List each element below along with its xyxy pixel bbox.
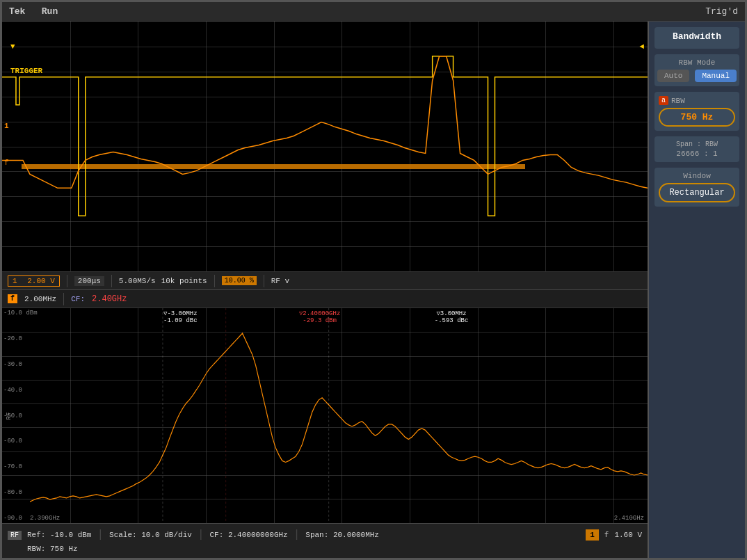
brand-label: Tek	[9, 6, 25, 17]
ref-display: Ref: -10.0 dBm	[27, 531, 91, 539]
bottom-row-2: RF RBW: 750 Hz	[2, 543, 648, 554]
rbw-value-button[interactable]: 750 Hz	[659, 108, 735, 127]
bandwidth-title: Bandwidth	[659, 31, 735, 42]
rbw-manual-button[interactable]: Manual	[695, 70, 737, 82]
sep3	[214, 275, 215, 287]
rbw-title: RBW	[671, 97, 685, 105]
span-rbw-section: Span : RBW 26666 : 1	[654, 136, 739, 162]
freq-domain-waveform	[30, 308, 648, 523]
window-title: Window	[659, 172, 735, 180]
status-bar-1: 1 2.00 V 200μs 5.00MS/s 10k points 10.00…	[2, 272, 648, 290]
window-value-text: Rectangular	[669, 188, 724, 198]
status-bar-2: f 2.00MHz CF: 2.40GHz	[2, 290, 648, 308]
trig-status: Trig'd	[705, 6, 738, 17]
rbw-value-text: 750 Hz	[681, 112, 714, 122]
channel-indicator: 1 2.00 V	[8, 275, 60, 287]
rbw-display: RBW: 750 Hz	[27, 545, 78, 553]
trigger-symbol: f	[604, 531, 609, 539]
freq-domain-display: -10.0 dBm -20.0 -30.0 -40.0 -50.0 -60.0 …	[2, 308, 648, 523]
top-bar: Tek Run Trig'd	[2, 2, 745, 22]
rbw-auto-button[interactable]: Auto	[657, 70, 689, 82]
bottom-status-bar: RF Ref: -10.0 dBm | Scale: 10.0 dB/div |…	[2, 523, 648, 558]
sep5	[63, 293, 64, 305]
oscilloscope: Tek Run Trig'd	[0, 0, 747, 560]
bandwidth-section: Bandwidth	[654, 27, 739, 49]
rbw-mode-label: RBW Mode	[659, 58, 735, 67]
rf-side-label: RF	[6, 409, 13, 423]
pct-box: 10.00 %	[222, 276, 257, 285]
rbw-section: a RBW 750 Hz	[654, 92, 739, 131]
time-domain-waveform	[2, 22, 648, 271]
cf-label: CF:	[71, 295, 85, 303]
timebase-display: 200μs	[74, 276, 104, 286]
cf-value: 2.40GHz	[92, 294, 127, 304]
span-display: Span: 20.0000MHz	[305, 531, 379, 539]
rf-label: RF v	[271, 277, 289, 285]
percentage-display: 10.00 %	[222, 276, 257, 285]
ch1-badge-bottom: 1	[586, 529, 599, 541]
run-status: Run	[42, 6, 58, 17]
right-panel: Bandwidth RBW Mode Auto Manual a RBW 750…	[648, 22, 745, 558]
cf-display: CF: 2.40000000GHz	[209, 531, 287, 539]
span-rbw-label: Span : RBW	[659, 141, 735, 148]
window-value-button[interactable]: Rectangular	[659, 183, 735, 202]
bottom-voltage: 1.60 V	[614, 531, 642, 539]
sep2	[111, 275, 112, 287]
freq-display: 2.00MHz	[24, 295, 56, 303]
freq-left-label: 2.390GHz	[30, 515, 60, 522]
rbw-mode-section: RBW Mode Auto Manual	[654, 54, 739, 86]
sep1	[67, 275, 67, 287]
scale-display: Scale: 10.0 dB/div	[109, 531, 192, 539]
window-section: Window Rectangular	[654, 168, 739, 207]
sep4	[264, 275, 264, 287]
brand-status: Tek Run	[9, 6, 58, 17]
bottom-row-1: RF Ref: -10.0 dBm | Scale: 10.0 dB/div |…	[2, 527, 648, 543]
main-content: ▼ ◄ TRIGGER 1 f	[2, 22, 745, 558]
screen-area: ▼ ◄ TRIGGER 1 f	[2, 22, 648, 558]
func-box: f	[8, 294, 17, 303]
time-domain-display: ▼ ◄ TRIGGER 1 f	[2, 22, 648, 272]
rf-badge: RF	[8, 531, 22, 540]
rbw-a-label: a	[659, 96, 668, 105]
span-rbw-value: 26666 : 1	[659, 150, 735, 158]
freq-right-label: 2.410GHz	[614, 515, 644, 522]
sample-rate-display: 5.00MS/s 10k points	[119, 277, 207, 285]
